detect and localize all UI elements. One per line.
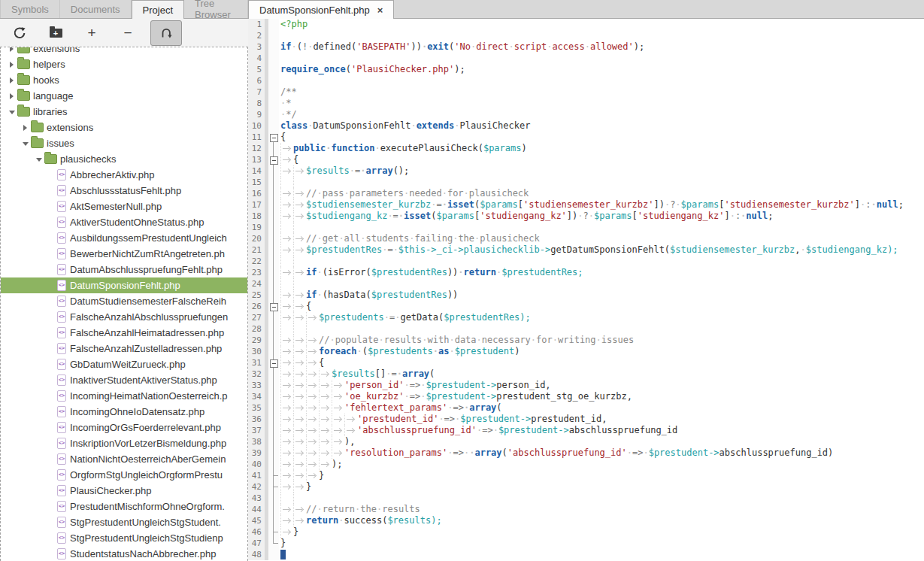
code-line-42[interactable]: 42} — [248, 481, 924, 493]
tree-item-nationnichtoesterreichabergemein[interactable]: NationNichtOesterreichAberGemein — [1, 451, 247, 467]
fold-marker[interactable] — [268, 154, 279, 165]
code-line-48[interactable]: 48 — [248, 549, 924, 560]
tree-item-plausichecks[interactable]: plausichecks — [1, 151, 247, 167]
code-line-2[interactable]: 2 — [248, 30, 924, 41]
tree-item-falscheanzahlabschlusspruefungen[interactable]: FalscheAnzahlAbschlusspruefungen — [1, 309, 247, 325]
fold-marker[interactable] — [268, 301, 279, 312]
add-folder-button[interactable] — [42, 22, 69, 44]
tree-item-helpers[interactable]: helpers — [1, 56, 247, 72]
tree-item-language[interactable]: language — [1, 88, 247, 104]
code-editor[interactable]: 1<?php23if·(!·defined('BASEPATH'))·exit(… — [248, 19, 924, 561]
expand-all-button[interactable]: + — [78, 22, 105, 44]
code-line-25[interactable]: 25if·(hasData($prestudentRes)) — [248, 290, 924, 301]
code-line-12[interactable]: 12public·function·executePlausiCheck($pa… — [248, 143, 924, 154]
code-line-10[interactable]: 10class·DatumSponsionFehlt·extends·Plaus… — [248, 120, 924, 132]
tree-item-incomingohneiodatensatz-php[interactable]: IncomingOhneIoDatensatz.php — [1, 404, 247, 420]
tree-item-libraries[interactable]: libraries — [1, 104, 247, 120]
tree-item-stgprestudentungleichstgstudent-[interactable]: StgPrestudentUngleichStgStudent. — [1, 514, 247, 530]
tree-item-orgformstgungleichorgformprestu[interactable]: OrgformStgUngleichOrgformPrestu — [1, 467, 247, 483]
code-line-14[interactable]: 14$results·=·array(); — [248, 165, 924, 177]
expander-open-icon[interactable] — [34, 156, 44, 162]
code-line-13[interactable]: 13{ — [248, 154, 924, 165]
code-line-5[interactable]: 5require_once('PlausiChecker.php'); — [248, 64, 924, 75]
code-line-8[interactable]: 8·* — [248, 98, 924, 109]
tree-item-extensions[interactable]: extensions — [1, 120, 247, 135]
code-line-16[interactable]: 16//·pass·parameters·needed·for·plausich… — [248, 188, 924, 199]
code-line-44[interactable]: 44//·return·the·results — [248, 504, 924, 515]
code-line-41[interactable]: 41} — [248, 470, 924, 481]
code-line-32[interactable]: 32$results[]·=·array( — [248, 368, 924, 380]
code-line-47[interactable]: 47} — [248, 538, 924, 549]
tree-item-bewerbernichtzumrtangetreten-ph[interactable]: BewerberNichtZumRtAngetreten.ph — [1, 246, 247, 262]
code-line-21[interactable]: 21$prestudentRes·=·$this->_ci->plausiche… — [248, 244, 924, 256]
code-line-6[interactable]: 6 — [248, 75, 924, 86]
code-line-35[interactable]: 35'fehlertext_params'·=>·array( — [248, 402, 924, 414]
refresh-button[interactable] — [6, 22, 33, 44]
tree-item-abbrecheraktiv-php[interactable]: AbbrecherAktiv.php — [1, 167, 247, 183]
code-line-24[interactable]: 24 — [248, 278, 924, 290]
tree-item-incomingorgsfoerderrelevant-php[interactable]: IncomingOrGsFoerderrelevant.php — [1, 420, 247, 435]
code-line-43[interactable]: 43 — [248, 493, 924, 504]
tree-item-extensions[interactable]: extensions — [1, 47, 247, 56]
code-line-45[interactable]: 45return·success($results); — [248, 515, 924, 526]
tree-item-ausbildungssemprestudentungleich[interactable]: AusbildungssemPrestudentUngleich — [1, 230, 247, 246]
tree-item-falscheanzahlzustelladressen-php[interactable]: FalscheAnzahlZustelladressen.php — [1, 341, 247, 356]
follow-document-toggle[interactable] — [150, 20, 182, 46]
file-tab-datumsponsionfehlt[interactable]: DatumSponsionFehlt.php × — [248, 0, 394, 19]
tree-item-hooks[interactable]: hooks — [1, 72, 247, 88]
code-line-11[interactable]: 11{ — [248, 132, 924, 143]
code-line-40[interactable]: 40); — [248, 459, 924, 470]
tree-item-datumabschlusspruefungfehlt-php[interactable]: DatumAbschlusspruefungFehlt.php — [1, 262, 247, 277]
tree-item-falscheanzahlheimatadressen-php[interactable]: FalscheAnzahlHeimatadressen.php — [1, 325, 247, 341]
tree-item-inaktiverstudentaktiverstatus-php[interactable]: InaktiverStudentAktiverStatus.php — [1, 372, 247, 388]
tree-item-stgprestudentungleichstgstudienp[interactable]: StgPrestudentUngleichStgStudienp — [1, 530, 247, 546]
tree-item-issues[interactable]: issues — [1, 135, 247, 151]
close-icon[interactable]: × — [377, 5, 383, 15]
fold-marker[interactable] — [268, 357, 279, 368]
tree-item-datumstudiensemesterfalschereih[interactable]: DatumStudiensemesterFalscheReih — [1, 293, 247, 309]
expander-closed-icon[interactable] — [7, 62, 17, 68]
tree-item-studentstatusnachabbrecher-php[interactable]: StudentstatusNachAbbrecher.php — [1, 546, 247, 561]
expander-open-icon[interactable] — [7, 109, 17, 114]
code-line-3[interactable]: 3if·(!·defined('BASEPATH'))·exit('No·dir… — [248, 41, 924, 53]
tree-item-gbdatumweitzurueck-php[interactable]: GbDatumWeitZurueck.php — [1, 356, 247, 372]
fold-marker[interactable] — [268, 132, 279, 143]
code-line-19[interactable]: 19 — [248, 222, 924, 233]
tree-item-incomingheimatnationoesterreich-p[interactable]: IncomingHeimatNationOesterreich.p — [1, 388, 247, 404]
code-line-33[interactable]: 33'person_id'·=>·$prestudent->person_id, — [248, 380, 924, 391]
code-line-23[interactable]: 23if·(isError($prestudentRes))·return·$p… — [248, 267, 924, 278]
expander-open-icon[interactable] — [20, 141, 30, 146]
expander-closed-icon[interactable] — [7, 47, 17, 52]
code-line-20[interactable]: 20//·get·all·students·failing·the·plausi… — [248, 233, 924, 244]
collapse-all-button[interactable]: − — [114, 22, 141, 44]
tree-item-prestudentmischformohneorgform-[interactable]: PrestudentMischformOhneOrgform. — [1, 499, 247, 514]
project-file-tree[interactable]: extensionshelpershookslanguagelibrariese… — [0, 47, 248, 561]
code-line-36[interactable]: 36'prestudent_id'·=>·$prestudent->prestu… — [248, 414, 924, 425]
expander-closed-icon[interactable] — [20, 125, 30, 131]
tree-item-datumsponsionfehlt-php[interactable]: DatumSponsionFehlt.php — [1, 277, 247, 293]
code-line-18[interactable]: 18$studiengang_kz·=·isset($params['studi… — [248, 211, 924, 222]
expander-closed-icon[interactable] — [7, 93, 17, 99]
code-line-38[interactable]: 38), — [248, 436, 924, 447]
tree-item-inskriptionvorletzerbismeldung-php[interactable]: InskriptionVorLetzerBismeldung.php — [1, 435, 247, 451]
sidebar-tab-documents[interactable]: Documents — [60, 0, 132, 18]
code-line-28[interactable]: 28 — [248, 323, 924, 335]
sidebar-tab-symbols[interactable]: Symbols — [0, 0, 60, 18]
sidebar-tab-tree-browser[interactable]: Tree Browser — [184, 0, 248, 18]
code-line-34[interactable]: 34'oe_kurzbz'·=>·$prestudent->prestudent… — [248, 391, 924, 402]
code-line-29[interactable]: 29//·populate·results·with·data·necessar… — [248, 335, 924, 346]
expander-closed-icon[interactable] — [7, 77, 17, 83]
code-line-22[interactable]: 22 — [248, 256, 924, 267]
code-line-39[interactable]: 39'resolution_params'·=>··array('abschlu… — [248, 447, 924, 459]
tree-item-aktiverstudentohnestatus-php[interactable]: AktiverStudentOhneStatus.php — [1, 214, 247, 230]
code-line-7[interactable]: 7/** — [248, 86, 924, 98]
tree-item-plausichecker-php[interactable]: PlausiChecker.php — [1, 483, 247, 499]
code-line-27[interactable]: 27$prestudents·=·getData($prestudentRes)… — [248, 312, 924, 323]
code-line-31[interactable]: 31{ — [248, 357, 924, 368]
code-line-37[interactable]: 37'abschlusspruefung_id'·=>·$prestudent-… — [248, 425, 924, 436]
tree-item-aktsemesternull-php[interactable]: AktSemesterNull.php — [1, 199, 247, 214]
tree-item-abschlussstatusfehlt-php[interactable]: AbschlussstatusFehlt.php — [1, 183, 247, 199]
code-line-9[interactable]: 9·*/ — [248, 109, 924, 120]
sidebar-tab-project[interactable]: Project — [132, 0, 184, 19]
code-line-46[interactable]: 46} — [248, 526, 924, 538]
